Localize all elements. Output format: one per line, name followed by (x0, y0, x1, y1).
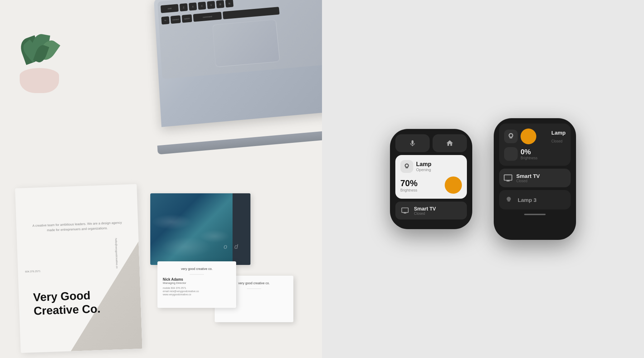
brightness-label-2: Brightness (521, 156, 548, 160)
home-button[interactable] (433, 134, 467, 152)
tv-icon-container-1 (400, 205, 410, 216)
brochure-company-name: Very Good Creative Co. (33, 287, 127, 318)
lamp3-icon (503, 194, 514, 205)
lamp-dark-icon (504, 130, 518, 143)
home-icon (446, 139, 454, 147)
tv-title-1: Smart TV (414, 206, 436, 212)
smart-tv-item-1[interactable]: Smart TV Closed (395, 202, 467, 219)
right-panel: Lamp Opening 70% Brightness Smart TV (322, 0, 644, 358)
left-panel: shift Z X C V B N fn control option comm… (0, 0, 322, 358)
biz-email-1: email nick@verygoodcreative.co (163, 290, 231, 292)
brightness-value-2: 0% (521, 148, 548, 156)
brochure-tagline: A creative team for ambitious leaders. W… (31, 221, 124, 233)
watch-top-buttons (395, 134, 467, 152)
tv-dark-svg (503, 173, 513, 183)
lamp-dark-status: Closed (551, 139, 566, 143)
lamp-dark-svg (507, 132, 515, 140)
business-card-1: very good creative co. Nick Adams Managi… (157, 261, 236, 308)
branding-materials: A creative team for ambitious leaders. W… (0, 143, 272, 358)
biz-name-1: Nick Adams (163, 277, 231, 281)
lamp3-svg (505, 196, 512, 203)
tv-icon-1 (401, 207, 409, 214)
watch-device-1: Lamp Opening 70% Brightness Smart TV (390, 129, 472, 229)
tv-dark-icon (503, 173, 513, 183)
orange-indicator-1 (445, 176, 462, 194)
tv-dark-status: Closed (516, 179, 540, 183)
tv-dark-title: Smart TV (516, 173, 540, 179)
brochure-phone: 604.376.2571 (25, 270, 40, 273)
lamp3-title: Lamp 3 (518, 197, 537, 203)
lamp-icon (403, 163, 410, 170)
mic-button[interactable] (395, 134, 430, 152)
lamp-icon-container (400, 160, 413, 173)
watch-device-2: Lamp Closed 0% Brightness Smart TV Close… (494, 118, 576, 240)
lamp-card-title: Lamp (416, 161, 431, 168)
laptop-image: shift Z X C V B N fn control option comm… (136, 0, 322, 140)
ocean-photo: o d (150, 193, 250, 265)
brightness-label-1: Brightness (400, 188, 418, 192)
smart-tv-dark[interactable]: Smart TV Closed (499, 169, 571, 187)
photo-stack: o d very good creative co. Nick Adams Ma… (150, 193, 265, 329)
brightness-value-1: 70% (400, 178, 418, 188)
biz-title-1: Managing Director (163, 281, 231, 285)
home-indicator (524, 214, 546, 215)
plant-decoration (11, 36, 68, 93)
biz-website-1: www.verygoodcreative.co (163, 293, 231, 296)
lamp-active-card[interactable]: Lamp Opening 70% Brightness (395, 155, 467, 199)
brochure: A creative team for ambitious leaders. W… (15, 184, 142, 353)
lamp3-card[interactable]: Lamp 3 (499, 190, 571, 209)
lamp-card-status: Opening (416, 168, 431, 172)
lamp-dark-title: Lamp (551, 130, 566, 136)
tv-status-1: Closed (414, 212, 436, 216)
biz-mobile-1: mobile 604 376 2571 (163, 287, 231, 289)
orange-indicator-2 (521, 129, 536, 144)
mic-icon (409, 139, 416, 147)
lamp-dark-card[interactable]: Lamp Closed 0% Brightness (499, 124, 571, 166)
biz-company-1: very good creative co. (163, 267, 231, 271)
